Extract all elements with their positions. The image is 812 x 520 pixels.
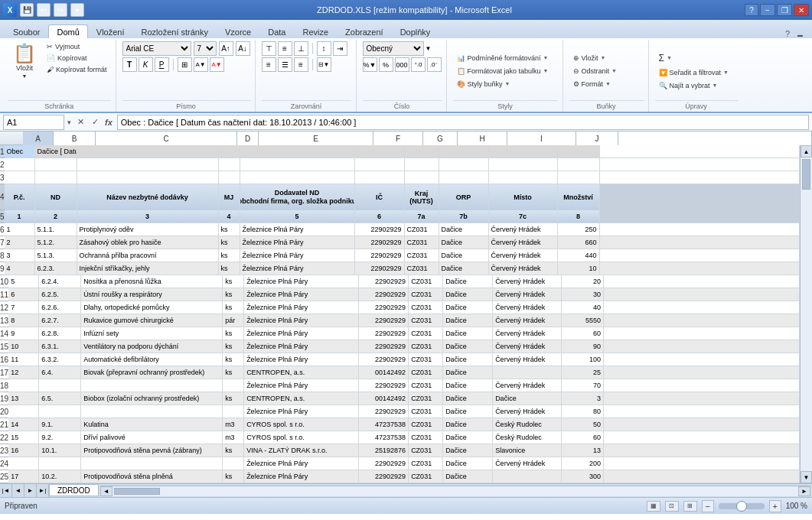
cell-f1[interactable] bbox=[355, 145, 405, 158]
cell-a1[interactable]: Obec bbox=[5, 145, 35, 158]
cell-b1[interactable]: Dačice [ Datum čas načtení dat: 18.10.20… bbox=[35, 145, 77, 158]
col-hdr-J[interactable]: J bbox=[576, 132, 618, 145]
decrease-font-btn[interactable]: A↓ bbox=[236, 41, 250, 56]
minimize-btn[interactable]: − bbox=[760, 4, 775, 16]
text-direction-btn[interactable]: ↕ bbox=[317, 41, 331, 56]
col-hdr-E[interactable]: E bbox=[259, 132, 373, 145]
ribbon-minimize-icon[interactable]: 🗕 bbox=[793, 29, 807, 38]
quick-access-redo[interactable]: ↪ bbox=[54, 3, 67, 17]
sheet-nav-first[interactable]: |◄ bbox=[0, 484, 12, 497]
sheet-nav-next[interactable]: ► bbox=[24, 484, 37, 497]
confirm-formula-btn[interactable]: ✓ bbox=[90, 117, 100, 127]
cell-h1[interactable] bbox=[439, 145, 489, 158]
align-bottom-btn[interactable]: ⊥ bbox=[294, 41, 308, 56]
increase-decimal-btn[interactable]: ⁺.0 bbox=[411, 57, 426, 72]
border-btn[interactable]: ⊞ bbox=[178, 57, 192, 72]
formula-input[interactable] bbox=[117, 115, 809, 130]
view-layout-btn[interactable]: ⊡ bbox=[665, 501, 679, 512]
view-page-btn[interactable]: ⊞ bbox=[683, 501, 697, 512]
tab-zobrazeni[interactable]: Zobrazení bbox=[337, 24, 392, 38]
col-hdr-C[interactable]: C bbox=[96, 132, 237, 145]
quick-access-save[interactable]: 💾 bbox=[20, 3, 34, 17]
font-family-select[interactable]: Arial CE bbox=[122, 41, 191, 56]
paste-button[interactable]: 📋 Vložit ▼ bbox=[8, 41, 41, 82]
view-normal-btn[interactable]: ▦ bbox=[647, 501, 660, 512]
sheet-tab-zdrdod[interactable]: ZDRDOD bbox=[49, 484, 99, 496]
restore-btn[interactable]: ❐ bbox=[777, 4, 792, 16]
vertical-scrollbar[interactable]: ▲ ▼ bbox=[800, 145, 812, 483]
close-btn[interactable]: ✕ bbox=[794, 4, 809, 16]
percent-btn[interactable]: % bbox=[379, 57, 393, 72]
tab-vlozeni[interactable]: Vložení bbox=[88, 24, 133, 38]
col-hdr-B[interactable]: B bbox=[54, 132, 96, 145]
col-hdr-G[interactable]: G bbox=[423, 132, 458, 145]
align-middle-btn[interactable]: ≡ bbox=[278, 41, 292, 56]
cancel-formula-btn[interactable]: ✕ bbox=[74, 117, 87, 127]
cell-styles-btn[interactable]: 🎨Styly buňky▼ bbox=[453, 78, 514, 90]
customize-quick-access[interactable]: ▼ bbox=[70, 3, 84, 17]
h-scroll-thumb[interactable] bbox=[114, 488, 160, 495]
quick-access-undo[interactable]: ↩ bbox=[37, 3, 51, 17]
cell-j1[interactable] bbox=[558, 145, 600, 158]
ribbon-help-icon[interactable]: ? bbox=[782, 29, 793, 38]
col-hdr-A[interactable]: A bbox=[23, 132, 54, 145]
font-color-btn[interactable]: A▼ bbox=[210, 57, 224, 72]
zoom-slider-track[interactable] bbox=[719, 503, 765, 509]
col-hdr-I[interactable]: I bbox=[507, 132, 576, 145]
col-hdr-H[interactable]: H bbox=[458, 132, 507, 145]
insert-cells-btn[interactable]: ⊕Vložit▼ bbox=[569, 52, 610, 64]
italic-btn[interactable]: K bbox=[139, 57, 153, 72]
conditional-format-btn[interactable]: 📊Podmíněné formátování▼ bbox=[453, 52, 553, 64]
tab-soubor[interactable]: Soubor bbox=[5, 24, 48, 38]
horizontal-scrollbar[interactable]: ◄ ► bbox=[100, 486, 810, 496]
format-as-table-btn[interactable]: 📋Formátovat jako tabulku▼ bbox=[453, 65, 553, 77]
cell-g1[interactable] bbox=[405, 145, 439, 158]
sheet-nav-last[interactable]: ►| bbox=[37, 484, 49, 497]
format-painter-button[interactable]: 🖌Kopírovat formát bbox=[43, 64, 111, 75]
increase-font-btn[interactable]: A↑ bbox=[219, 41, 233, 56]
font-size-select[interactable]: 7 bbox=[194, 41, 217, 56]
insert-function-btn[interactable]: fx bbox=[103, 118, 114, 127]
tab-domu[interactable]: Domů bbox=[48, 24, 87, 38]
tab-data[interactable]: Data bbox=[259, 24, 294, 38]
tab-doplnky[interactable]: Doplňky bbox=[392, 24, 439, 38]
scroll-track[interactable] bbox=[801, 158, 812, 471]
bold-btn[interactable]: T bbox=[122, 57, 137, 72]
col-hdr-F[interactable]: F bbox=[373, 132, 423, 145]
thousands-btn[interactable]: 000 bbox=[395, 57, 409, 72]
fill-color-btn[interactable]: A▼ bbox=[194, 57, 208, 72]
scroll-thumb[interactable] bbox=[802, 159, 810, 190]
align-left-btn[interactable]: ≡ bbox=[262, 57, 276, 72]
sheet-nav-prev[interactable]: ◄ bbox=[12, 484, 24, 497]
cell-i1[interactable] bbox=[489, 145, 558, 158]
h-scroll-area[interactable]: ◄ ► bbox=[99, 484, 812, 497]
scroll-left-btn[interactable]: ◄ bbox=[100, 486, 113, 496]
number-format-select[interactable]: Obecný bbox=[363, 41, 424, 56]
tab-revize[interactable]: Revize bbox=[294, 24, 337, 38]
help-btn[interactable]: ? bbox=[745, 4, 758, 16]
expand-formulabar-btn[interactable]: ▾ bbox=[67, 119, 71, 126]
indent-btn[interactable]: ⇥ bbox=[333, 41, 347, 56]
underline-btn[interactable]: P bbox=[155, 57, 169, 72]
scroll-up-btn[interactable]: ▲ bbox=[801, 145, 812, 158]
copy-button[interactable]: 📄Kopírovat bbox=[43, 53, 111, 63]
sort-filter-btn[interactable]: 🔽Seřadit a filtrovat▼ bbox=[655, 67, 732, 79]
merge-btn[interactable]: ⊟▼ bbox=[317, 57, 331, 72]
format-cells-btn[interactable]: ⚙Formát▼ bbox=[569, 78, 615, 90]
h-scroll-track[interactable] bbox=[113, 486, 798, 496]
zoom-increase-btn[interactable]: + bbox=[769, 500, 781, 512]
decrease-decimal-btn[interactable]: .0⁻ bbox=[427, 57, 442, 72]
scroll-right-btn[interactable]: ► bbox=[798, 486, 810, 496]
zoom-slider-thumb[interactable] bbox=[736, 501, 747, 512]
align-top-btn[interactable]: ⊤ bbox=[262, 41, 276, 56]
scroll-down-btn[interactable]: ▼ bbox=[801, 471, 812, 483]
delete-cells-btn[interactable]: ⊖Odstranit▼ bbox=[569, 65, 621, 77]
cell-e1[interactable] bbox=[240, 145, 355, 158]
tab-rozlozeni[interactable]: Rozložení stránky bbox=[133, 24, 217, 38]
cut-button[interactable]: ✂Vyjmout bbox=[43, 41, 111, 52]
align-center-btn[interactable]: ☰ bbox=[278, 57, 292, 72]
cell-c1[interactable] bbox=[77, 145, 219, 158]
cell-reference[interactable] bbox=[3, 115, 64, 130]
autosum-btn[interactable]: Σ▼ bbox=[655, 50, 676, 66]
col-hdr-D[interactable]: D bbox=[237, 132, 259, 145]
